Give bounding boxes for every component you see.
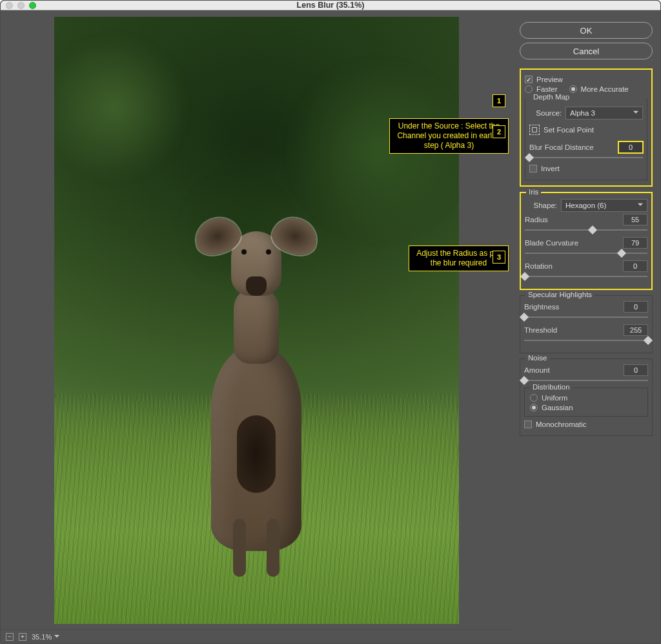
bfd-input[interactable]: 0 [618,141,643,153]
set-focal-label: Set Focal Point [544,126,594,134]
blade-input[interactable]: 79 [623,237,647,249]
brightness-label: Brightness [524,303,559,311]
more-accurate-radio[interactable] [569,85,577,93]
shape-select[interactable]: Hexagon (6) [561,199,647,212]
uniform-radio[interactable] [530,394,538,402]
specular-title: Specular Highlights [525,291,595,298]
specular-group: Specular Highlights Brightness0 Threshol… [520,295,653,353]
distribution-title: Distribution [530,383,573,391]
brightness-input[interactable]: 0 [624,301,648,313]
annotation-badge-1: 1 [493,94,505,107]
faster-label: Faster [536,85,558,93]
noise-title: Noise [525,354,549,362]
rotation-input[interactable]: 0 [623,260,647,272]
amount-label: Amount [524,366,550,374]
preview-label: Preview [536,76,563,83]
gaussian-radio[interactable] [530,404,538,411]
status-bar: − + 35.1% [1,629,512,643]
annotation-badge-2: 2 [493,125,505,138]
bfd-label: Blur Focal Distance [529,143,594,151]
zoom-level-value: 35.1% [32,633,52,641]
invert-label: Invert [541,165,560,172]
rotation-label: Rotation [525,262,553,270]
preview-checkbox[interactable] [525,76,533,83]
radius-input[interactable]: 55 [623,214,647,225]
bfd-slider[interactable] [529,156,643,160]
threshold-input[interactable]: 255 [624,324,648,336]
zoom-out-icon[interactable]: − [6,633,14,641]
image-canvas[interactable] [54,17,459,624]
invert-checkbox[interactable] [529,165,537,172]
annotation-badge-3: 3 [493,251,505,264]
iris-title: Iris [526,188,541,196]
zoom-in-icon[interactable]: + [19,633,26,641]
rotation-slider[interactable] [525,275,647,278]
distribution-group: Distribution Uniform Gaussian [524,388,648,417]
zoom-level-dropdown[interactable]: 35.1% [32,633,59,641]
deer-illustration [192,228,321,551]
uniform-label: Uniform [542,394,567,402]
blade-slider[interactable] [525,251,647,255]
radius-label: Radius [525,216,548,223]
depth-map-group: Depth Map Source: Alpha 3 Set Focal Poin… [525,98,647,180]
cancel-button[interactable]: Cancel [520,43,653,59]
gaussian-label: Gaussian [542,404,573,411]
faster-radio[interactable] [525,85,533,93]
source-label: Source: [529,109,562,117]
lens-blur-window: Lens Blur (35.1%) [0,0,661,644]
ok-button[interactable]: OK [520,22,653,39]
brightness-slider[interactable] [524,315,648,319]
threshold-label: Threshold [524,326,557,334]
controls-panel: OK Cancel Preview Faster More Accurate D [512,10,660,643]
noise-group: Noise Amount0 Distribution Uniform Gauss… [520,358,653,436]
monochromatic-checkbox[interactable] [524,421,532,428]
titlebar: Lens Blur (35.1%) [1,1,660,10]
source-select[interactable]: Alpha 3 [565,107,643,119]
amount-slider[interactable] [524,379,648,382]
preview-group: Preview Faster More Accurate Depth Map S… [520,68,653,187]
focal-point-icon[interactable] [529,125,540,135]
iris-group: Iris Shape: Hexagon (6) Radius55 Blade C… [520,192,653,290]
monochromatic-label: Monochromatic [536,421,587,428]
annotation-source-hint: Under the Source : Select the Channel yo… [389,118,509,154]
threshold-slider[interactable] [524,338,648,342]
blade-label: Blade Curvature [525,239,578,247]
shape-label: Shape: [525,202,557,209]
more-accurate-label: More Accurate [581,85,629,93]
depth-map-title: Depth Map [531,93,572,101]
radius-slider[interactable] [525,228,647,232]
window-title: Lens Blur (35.1%) [1,1,660,10]
amount-input[interactable]: 0 [624,364,648,376]
preview-area[interactable]: Under the Source : Select the Channel yo… [1,10,512,643]
